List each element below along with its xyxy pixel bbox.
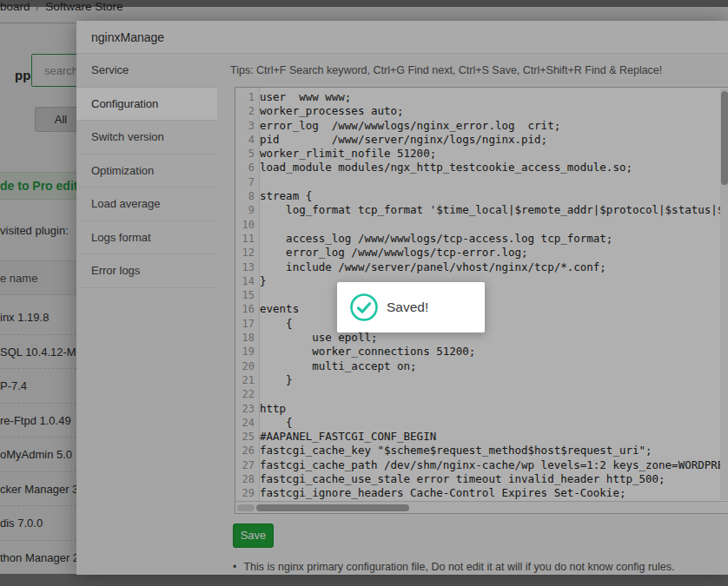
screen: board/Software Store pp All de to Pro ed… bbox=[0, 0, 728, 586]
toast-message: Saved! bbox=[387, 300, 428, 315]
saved-toast: Saved! bbox=[337, 282, 485, 333]
check-circle-icon bbox=[349, 293, 379, 322]
